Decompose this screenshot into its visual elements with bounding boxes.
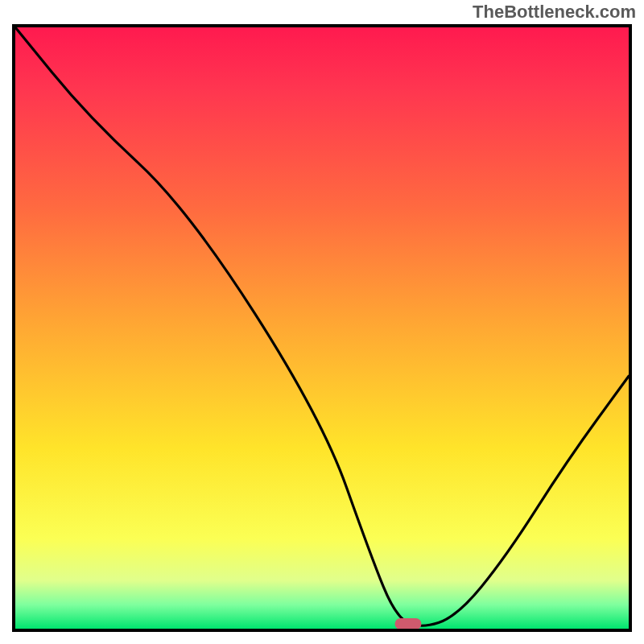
plot-frame	[12, 24, 632, 632]
watermark-text: TheBottleneck.com	[473, 2, 636, 23]
chart-stage: TheBottleneck.com	[0, 0, 644, 644]
bottleneck-curve	[15, 27, 629, 629]
optimal-marker	[394, 618, 421, 630]
